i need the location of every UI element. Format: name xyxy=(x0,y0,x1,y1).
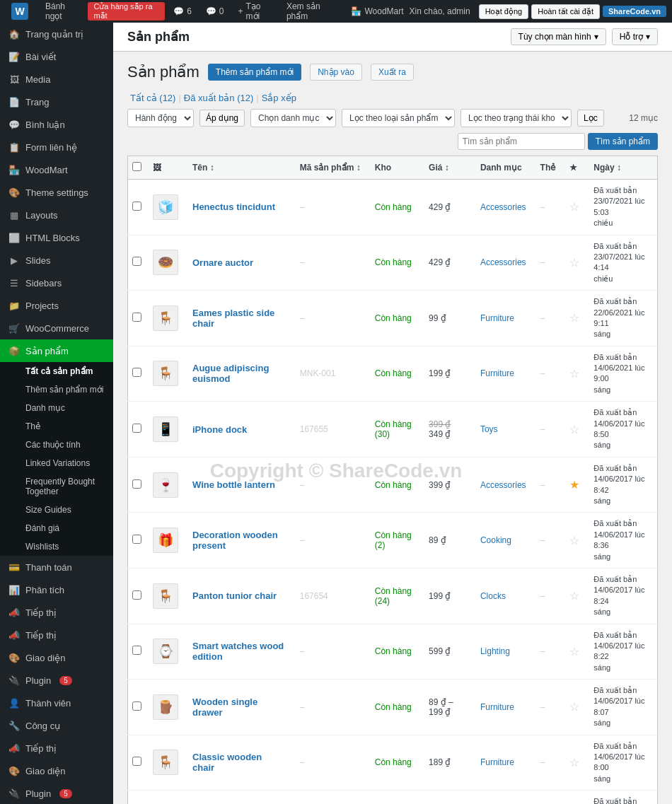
product-star[interactable]: ☆ xyxy=(562,513,586,569)
filter-button[interactable]: Lọc xyxy=(577,110,604,127)
row-check[interactable] xyxy=(128,624,146,680)
wp-logo[interactable]: W xyxy=(6,3,37,20)
sidebar-item-marketing[interactable]: 📣 Tiếp thị xyxy=(0,601,113,624)
product-name-link[interactable]: Augue adipiscing euismod xyxy=(192,363,269,384)
sidebar-item-plugins2[interactable]: 🔌 Plugin 5 xyxy=(0,782,113,804)
product-name-link[interactable]: Smart watches wood edition xyxy=(192,641,284,662)
submenu-size-guides[interactable]: Size Guides xyxy=(0,501,113,519)
product-star[interactable]: ☆ xyxy=(562,680,586,735)
category-link[interactable]: Lighting xyxy=(480,646,510,656)
adminbar-woodmart[interactable]: 🏪 WoodMart xyxy=(345,6,409,16)
submenu-attributes[interactable]: Các thuộc tính xyxy=(0,436,113,454)
submenu-frequently-bought[interactable]: Frequently Bought Together xyxy=(0,472,113,501)
search-input[interactable] xyxy=(458,133,585,150)
sidebar-item-woodmart[interactable]: 🏪 WoodMart xyxy=(0,158,113,181)
search-button[interactable]: Tìm sản phẩm xyxy=(588,133,658,150)
row-check[interactable] xyxy=(128,346,146,402)
sort-link[interactable]: Sắp xếp xyxy=(259,93,299,103)
price-header[interactable]: Giá ↕ xyxy=(422,156,473,180)
adminbar-comments2[interactable]: 💬 0 xyxy=(200,6,230,16)
product-star[interactable]: ☆ xyxy=(562,402,586,458)
product-star[interactable]: ☆ xyxy=(562,791,586,804)
star-filled-icon[interactable]: ★ xyxy=(569,479,579,491)
date-header[interactable]: Ngày ↕ xyxy=(586,156,657,180)
product-star[interactable]: ★ xyxy=(562,457,586,513)
category-link[interactable]: Clocks xyxy=(480,591,506,601)
sidebar-item-analytics[interactable]: 📊 Phân tích xyxy=(0,578,113,601)
apply-button[interactable]: Áp dụng xyxy=(199,110,245,127)
product-star[interactable]: ☆ xyxy=(562,291,586,346)
category-link[interactable]: Furniture xyxy=(480,368,514,378)
star-empty-icon[interactable]: ☆ xyxy=(569,646,579,658)
sidebar-item-marketing3[interactable]: 📣 Tiếp thị xyxy=(0,737,113,759)
sidebar-item-pages[interactable]: 📄 Trang xyxy=(0,91,113,113)
import-button[interactable]: Nhập vào xyxy=(310,64,362,81)
help-button[interactable]: Hỗ trợ ▾ xyxy=(612,28,658,45)
bulk-action-select[interactable]: Hành động xyxy=(127,109,194,127)
category-link[interactable]: Accessories xyxy=(480,257,526,267)
sidebar-item-projects[interactable]: 📁 Projects xyxy=(0,294,113,317)
sidebar-item-html-blocks[interactable]: ⬜ HTML Blocks xyxy=(0,226,113,249)
product-name-link[interactable]: Decoration wooden present xyxy=(192,530,278,551)
sidebar-item-dashboard[interactable]: 🏠 Trang quản trị xyxy=(0,23,113,45)
row-check[interactable] xyxy=(128,513,146,569)
type-select[interactable]: Lọc theo loại sản phẩm xyxy=(342,109,455,127)
product-name-link[interactable]: Classic wooden chair xyxy=(192,752,262,773)
sidebar-item-slides[interactable]: ▶ Slides xyxy=(0,249,113,272)
product-name-link[interactable]: Ornare auctor xyxy=(192,257,253,268)
product-name-link[interactable]: Wine bottle lantern xyxy=(192,479,275,490)
check-all-checkbox[interactable] xyxy=(132,162,141,171)
product-name-link[interactable]: Henectus tincidunt xyxy=(192,202,275,212)
row-check[interactable] xyxy=(128,680,146,735)
adminbar-new[interactable]: + Tạo mới xyxy=(233,1,278,21)
submenu-add-product[interactable]: Thêm sản phẩm mới xyxy=(0,380,113,399)
category-link[interactable]: Cooking xyxy=(480,535,511,545)
sidebar-item-appearance[interactable]: 🎨 Giao diện xyxy=(0,646,113,669)
star-empty-icon[interactable]: ☆ xyxy=(569,535,579,547)
submenu-all-products[interactable]: Tất cả sản phẩm xyxy=(0,362,113,380)
sidebar-item-sidebars[interactable]: ☰ Sidebars xyxy=(0,272,113,294)
activity-button[interactable]: Hoạt động xyxy=(479,4,529,19)
category-select[interactable]: Chọn danh mục xyxy=(250,109,336,127)
sidebar-item-marketing2[interactable]: 📣 Tiếp thị xyxy=(0,624,113,646)
sidebar-item-checkout[interactable]: 💳 Thanh toán xyxy=(0,556,113,578)
product-star[interactable]: ☆ xyxy=(562,180,586,235)
sidebar-item-tools[interactable]: 🔧 Công cụ xyxy=(0,714,113,737)
row-check[interactable] xyxy=(128,791,146,804)
product-name-link[interactable]: iPhone dock xyxy=(192,424,247,435)
star-empty-icon[interactable]: ☆ xyxy=(569,424,579,436)
product-name-link[interactable]: Eames plastic side chair xyxy=(192,308,274,329)
product-name-link[interactable]: Wooden single drawer xyxy=(192,697,257,718)
row-check[interactable] xyxy=(128,457,146,513)
sidebar-item-woocommerce[interactable]: 🛒 WooCommerce xyxy=(0,317,113,339)
product-star[interactable]: ☆ xyxy=(562,735,586,791)
row-check[interactable] xyxy=(128,402,146,458)
category-link[interactable]: Accessories xyxy=(480,202,526,212)
screen-options-button[interactable]: Tùy chọn màn hình ▾ xyxy=(511,28,606,45)
category-link[interactable]: Furniture xyxy=(480,757,514,767)
star-empty-icon[interactable]: ☆ xyxy=(569,368,579,380)
add-product-button[interactable]: Thêm sản phẩm mới xyxy=(208,64,301,81)
status-select[interactable]: Lọc theo trạng thái kho xyxy=(460,109,572,127)
adminbar-coming-soon[interactable]: Cửa hàng sắp ra mắt xyxy=(88,2,165,21)
sidebar-item-theme-settings[interactable]: 🎨 Theme settings xyxy=(0,181,113,204)
submenu-reviews[interactable]: Đánh giá xyxy=(0,519,113,537)
sidebar-item-users[interactable]: 👤 Thành viên xyxy=(0,692,113,714)
sidebar-item-products[interactable]: 📦 Sản phẩm xyxy=(0,339,113,362)
category-link[interactable]: Furniture xyxy=(480,313,514,323)
star-empty-icon[interactable]: ☆ xyxy=(569,590,579,602)
star-empty-icon[interactable]: ☆ xyxy=(569,757,579,769)
export-button[interactable]: Xuất ra xyxy=(371,64,414,81)
category-link[interactable]: Accessories xyxy=(480,480,526,490)
submenu-wishlists[interactable]: Wishlists xyxy=(0,537,113,556)
adminbar-comments[interactable]: 💬 6 xyxy=(168,6,197,16)
star-empty-icon[interactable]: ☆ xyxy=(569,257,579,269)
submenu-categories[interactable]: Danh mục xyxy=(0,399,113,417)
row-check[interactable] xyxy=(128,291,146,346)
product-star[interactable]: ☆ xyxy=(562,568,586,624)
product-star[interactable]: ☆ xyxy=(562,235,586,291)
tab-published[interactable]: Đã xuất bản (12) xyxy=(181,93,256,103)
category-link[interactable]: Furniture xyxy=(480,702,514,712)
restore-button[interactable]: Hoàn tất cài đặt xyxy=(531,4,600,19)
sidebar-item-appearance2[interactable]: 🎨 Giao diện xyxy=(0,759,113,782)
